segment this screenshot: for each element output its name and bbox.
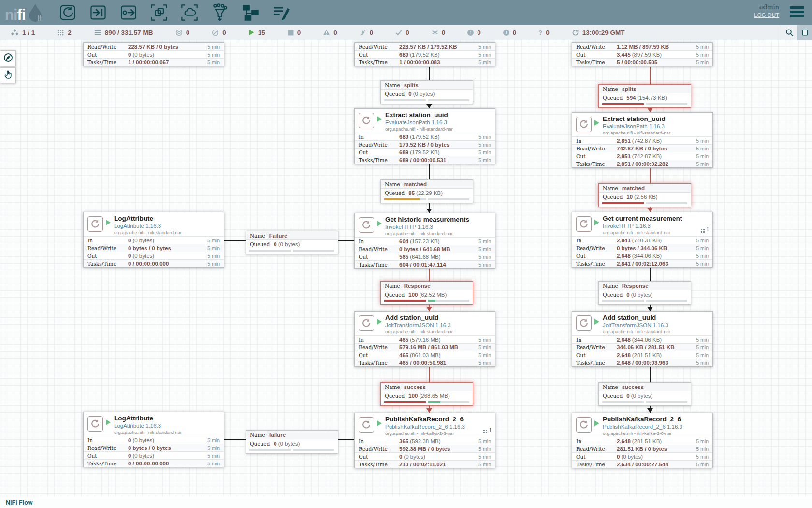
stat-value: 0 / 00:00:00.000 xyxy=(128,261,199,267)
stat-value: 3,445(897.59 KB) xyxy=(617,52,687,58)
stat-label: Tasks/Time xyxy=(355,60,399,65)
stat-label: In xyxy=(355,337,399,343)
connection-label-splits[interactable]: Namesplits Queued0(0 bytes) xyxy=(380,80,473,104)
stat-value: 465(579.16 MB) xyxy=(399,337,470,343)
stat-value: 5 / 00:00:00.505 xyxy=(617,60,687,65)
queued-list-icon xyxy=(94,29,102,36)
connection-queued-value: 100(62.52 MB) xyxy=(408,292,447,298)
settings-panel-icon[interactable] xyxy=(798,25,812,40)
processor-node-logattribute[interactable]: LogAttribute LogAttribute 1.16.3 org.apa… xyxy=(83,412,224,467)
connection-name-key: Name xyxy=(385,181,400,187)
connection-label-success[interactable]: Namesuccess Queued0(0 bytes) xyxy=(598,382,691,406)
connection-label-failure[interactable]: Namefailure Queued0(0 bytes) xyxy=(246,430,338,454)
stat-window: 5 min xyxy=(199,245,224,251)
stat-window: 5 min xyxy=(687,253,712,259)
stat-label: Out xyxy=(355,254,399,260)
connection-queued-key: Queued xyxy=(603,194,623,200)
stat-label: Tasks/Time xyxy=(355,360,399,366)
operate-palette-button[interactable] xyxy=(0,67,16,83)
refresh-icon[interactable] xyxy=(572,29,579,36)
thread-grid-icon xyxy=(701,229,702,230)
navigate-palette-button[interactable] xyxy=(0,50,16,66)
processor-node-partial[interactable]: Read/Write1.12 MB / 897.59 KB5 min Out3,… xyxy=(572,42,713,66)
connection-label-splits[interactable]: Namesplits Queued594(154.73 KB) xyxy=(598,84,691,108)
processor-stamp-icon xyxy=(576,315,592,331)
stat-window: 5 min xyxy=(687,438,712,444)
processor-node-add-station-uuid[interactable]: Add station_uuid JoltTransformJSON 1.16.… xyxy=(354,311,495,367)
connection-name-key: Name xyxy=(603,185,618,191)
connection-label-response[interactable]: NameResponse Queued100(62.52 MB) xyxy=(380,281,473,305)
remote-process-group-tool-icon[interactable] xyxy=(180,3,199,22)
stat-label: Tasks/Time xyxy=(355,262,399,268)
global-menu-icon[interactable] xyxy=(790,6,804,18)
stat-value: 365(592.38 MB) xyxy=(399,438,470,444)
connection-name-key: Name xyxy=(250,233,265,239)
processor-node-get-current-measurement[interactable]: Get current measurement InvokeHTTP 1.16.… xyxy=(572,212,713,268)
output-port-tool-icon[interactable] xyxy=(119,3,138,22)
processor-node-extract-station-uuid[interactable]: Extract station_uuid EvaluateJsonPath 1.… xyxy=(354,108,495,164)
connection-name-key: Name xyxy=(603,283,618,289)
connection-label-response[interactable]: NameResponse Queued0(0 bytes) xyxy=(598,281,691,305)
connection-queued-value: 0(0 bytes) xyxy=(626,292,652,298)
running-status-icon xyxy=(377,221,382,226)
processor-tool-icon[interactable] xyxy=(58,3,77,22)
process-group-tool-icon[interactable] xyxy=(149,3,169,22)
connection-label-failure[interactable]: NameFailure Queued0(0 bytes) xyxy=(246,231,338,254)
processor-node-add-station-uuid[interactable]: Add station_uuid JoltTransformJSON 1.16.… xyxy=(572,311,713,367)
stat-window: 5 min xyxy=(470,60,495,65)
template-tool-icon[interactable] xyxy=(241,3,260,22)
stat-label: Tasks/Time xyxy=(572,60,617,65)
breadcrumb[interactable]: NiFi Flow xyxy=(6,499,33,506)
flow-canvas[interactable]: Namesplits Queued0(0 bytes) Namesplits Q… xyxy=(0,40,812,497)
processor-type: LogAttribute 1.16.3 xyxy=(114,423,161,429)
stat-window: 5 min xyxy=(199,453,224,459)
running-status-icon xyxy=(594,420,599,426)
stat-label: Read/Write xyxy=(355,446,399,452)
processor-node-publishkafkarecord[interactable]: PublishKafkaRecord_2_6 PublishKafkaRecor… xyxy=(354,413,495,468)
connection-label-matched[interactable]: Namematched Queued85(22.29 KB) xyxy=(380,179,473,203)
connection-name-value: failure xyxy=(269,432,286,438)
locally-modified-count: 0 xyxy=(432,29,446,36)
processor-node-partial[interactable]: Read/Write228.57 KB / 0 bytes5 min Out0(… xyxy=(83,42,224,66)
stat-label: Read/Write xyxy=(355,142,399,148)
processor-stamp-icon xyxy=(576,417,592,433)
running-status-icon xyxy=(377,420,382,426)
stat-window: 5 min xyxy=(470,462,495,467)
stat-label: In xyxy=(84,437,128,443)
stat-window: 5 min xyxy=(687,245,712,251)
connection-queued-key: Queued xyxy=(250,441,270,447)
connection-arrow xyxy=(426,307,432,311)
connection-name-value: Response xyxy=(404,283,431,289)
stat-label: In xyxy=(84,238,128,243)
stat-window: 5 min xyxy=(470,337,495,343)
processor-type: JoltTransformJSON 1.16.3 xyxy=(385,322,451,328)
processor-node-extract-station-uuid[interactable]: Extract station_uuid EvaluateJsonPath 1.… xyxy=(572,112,713,168)
invalid-warning-icon xyxy=(323,29,330,36)
stat-value: 689(179.52 KB) xyxy=(399,52,470,58)
stat-window: 5 min xyxy=(199,445,224,451)
processor-node-logattribute[interactable]: LogAttribute LogAttribute 1.16.3 org.apa… xyxy=(83,212,224,268)
processor-node-publishkafkarecord[interactable]: PublishKafkaRecord_2_6 PublishKafkaRecor… xyxy=(572,413,713,468)
funnel-tool-icon[interactable] xyxy=(210,3,230,22)
connection-label-success[interactable]: Namesuccess Queued100(268.65 MB) xyxy=(380,382,473,406)
logout-link[interactable]: LOG OUT xyxy=(754,12,779,18)
label-tool-icon[interactable] xyxy=(271,3,290,22)
connection-arrow xyxy=(426,408,432,413)
input-port-tool-icon[interactable] xyxy=(88,3,108,22)
connection-arrow xyxy=(647,208,653,212)
stat-window: 5 min xyxy=(470,44,495,50)
backpressure-bars xyxy=(599,102,691,107)
stat-window: 5 min xyxy=(687,44,712,50)
processor-type: PublishKafkaRecord_2_6 1.16.3 xyxy=(603,424,682,430)
processor-type: JoltTransformJSON 1.16.3 xyxy=(603,322,668,328)
processor-node-get-historic-measurements[interactable]: Get historic measurements InvokeHTTP 1.1… xyxy=(354,213,495,269)
connection-label-matched[interactable]: Namematched Queued10(2.56 KB) xyxy=(598,183,691,207)
processor-node-partial[interactable]: Read/Write228.57 KB / 179.52 KB5 min Out… xyxy=(354,42,495,66)
stat-value: 0 bytes / 0 bytes xyxy=(128,245,199,251)
stat-label: Tasks/Time xyxy=(355,157,399,163)
stat-value: 2,841 / 00:02:12.063 xyxy=(617,261,687,267)
stat-value: 742.87 KB / 0 bytes xyxy=(617,146,687,151)
stat-value: 565(641.68 MB) xyxy=(399,254,470,260)
search-icon[interactable] xyxy=(781,25,798,40)
connection-arrow xyxy=(647,408,653,413)
